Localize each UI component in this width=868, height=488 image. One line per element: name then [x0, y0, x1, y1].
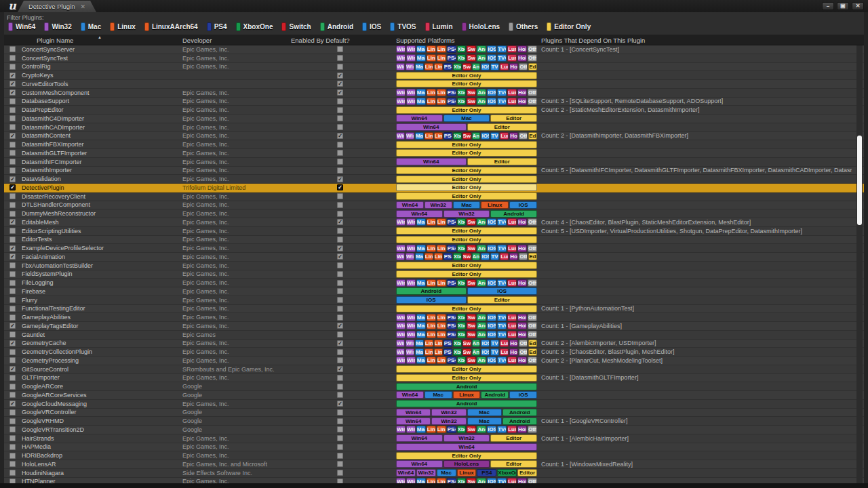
table-row[interactable]: DisasterRecoveryClient Epic Games, Inc. …	[4, 192, 864, 201]
plugin-checkbox[interactable]	[9, 167, 16, 174]
plugin-checkbox[interactable]	[9, 193, 16, 199]
plugin-checkbox[interactable]: ✓	[9, 366, 16, 372]
table-row[interactable]: DatasmithGLTFImporter Epic Games, Inc. E…	[4, 149, 864, 158]
table-row[interactable]: ✓ CurveEditorTools ✓ Editor Only	[4, 80, 864, 89]
enabled-by-default-checkbox[interactable]	[337, 193, 343, 199]
enabled-by-default-checkbox[interactable]: ✓	[337, 89, 343, 96]
platform-filter-chip-ios[interactable]: IOS	[362, 22, 381, 31]
enabled-by-default-checkbox[interactable]	[337, 314, 343, 321]
table-row[interactable]: HDRIBackdrop Epic Games, Inc. Editor Onl…	[4, 451, 864, 460]
plugin-checkbox[interactable]	[9, 461, 16, 467]
column-header-developer[interactable]: Developer	[182, 37, 291, 44]
plugin-checkbox[interactable]: ✓	[9, 219, 16, 225]
plugin-checkbox[interactable]	[9, 444, 16, 450]
plugin-checkbox[interactable]: ✓	[9, 89, 16, 96]
enabled-by-default-checkbox[interactable]	[337, 159, 343, 165]
enabled-by-default-checkbox[interactable]	[337, 228, 343, 234]
table-row[interactable]: EditorScriptingUtilities Epic Games, Inc…	[4, 227, 864, 236]
table-row[interactable]: GoogleVRHMD Google Win64Win32MacAndroid …	[4, 417, 864, 426]
table-row[interactable]: HairStrands Epic Games, Inc. Win64Win32E…	[4, 434, 864, 443]
enabled-by-default-checkbox[interactable]	[337, 237, 343, 243]
table-row[interactable]: Gauntlet Epic Games Win64Win32MacLinuxLi…	[4, 331, 864, 340]
table-row[interactable]: GoogleVRController Google Win64Win32MacA…	[4, 409, 864, 418]
enabled-by-default-checkbox[interactable]	[337, 271, 343, 277]
enabled-by-default-checkbox[interactable]: ✓	[337, 401, 343, 407]
platform-filter-chip-linuxaarch64[interactable]: LinuxAArch64	[144, 22, 198, 31]
plugin-checkbox[interactable]	[9, 228, 16, 234]
enabled-by-default-checkbox[interactable]	[337, 297, 343, 303]
table-row-selected[interactable]: ✓ DetectivePlugin Trifolium Digital Limi…	[4, 184, 864, 192]
platform-filter-chip-editor-only[interactable]: Editor Only	[547, 22, 591, 31]
plugin-checkbox[interactable]	[9, 159, 16, 165]
table-row[interactable]: DTLSHandlerComponent Epic Games, Inc. Wi…	[4, 201, 864, 210]
enabled-by-default-checkbox[interactable]	[337, 262, 343, 268]
enabled-by-default-checkbox[interactable]	[337, 426, 343, 432]
column-header-enabled[interactable]: Enabled By Default?	[291, 37, 396, 44]
enabled-by-default-checkbox[interactable]	[337, 349, 343, 355]
enabled-by-default-checkbox[interactable]	[337, 98, 343, 104]
platform-filter-chip-others[interactable]: Others	[509, 22, 538, 31]
plugin-checkbox[interactable]	[9, 64, 16, 70]
plugin-checkbox[interactable]	[9, 357, 16, 363]
table-row[interactable]: ✓ CryptoKeys ✓ Editor Only	[4, 71, 864, 80]
plugin-checkbox[interactable]	[9, 384, 16, 390]
table-row[interactable]: GoogleARCore Google Android	[4, 382, 864, 391]
plugin-checkbox[interactable]: ✓	[9, 184, 16, 190]
plugin-checkbox[interactable]	[9, 142, 16, 148]
table-row[interactable]: ✓ EditableMesh Epic Games, Inc. ✓ Win64W…	[4, 218, 864, 227]
table-row[interactable]: GLTFImporter Epic Games, Inc. Editor Onl…	[4, 374, 864, 383]
platform-filter-chip-hololens[interactable]: HoloLens	[462, 22, 500, 31]
enabled-by-default-checkbox[interactable]	[337, 384, 343, 390]
enabled-by-default-checkbox[interactable]	[337, 46, 343, 52]
plugin-checkbox[interactable]	[9, 211, 16, 217]
table-row[interactable]: DatasmithCADImporter Epic Games, Inc. Wi…	[4, 123, 864, 132]
table-row[interactable]: ✓ DataValidation Epic Games, Inc. ✓ Edit…	[4, 175, 864, 184]
table-row[interactable]: FunctionalTestingEditor Epic Games, Inc.…	[4, 305, 864, 314]
table-row[interactable]: HoudiniNiagara Side Effects Software Inc…	[4, 469, 864, 478]
platform-filter-chip-xboxone[interactable]: XboxOne	[236, 22, 273, 31]
plugin-checkbox[interactable]	[9, 107, 16, 113]
column-header-platforms[interactable]: Supported Platforms	[396, 37, 537, 44]
table-row[interactable]: GeometryProcessing Epic Games, Inc. Win6…	[4, 357, 864, 365]
table-row[interactable]: GeometryCollectionPlugin Epic Games, Inc…	[4, 348, 864, 357]
enabled-by-default-checkbox[interactable]	[337, 150, 343, 156]
maximize-button[interactable]: ▣	[837, 2, 849, 10]
platform-filter-chip-ps4[interactable]: PS4	[207, 22, 227, 31]
platform-filter-chip-tvos[interactable]: TVOS	[390, 22, 416, 31]
enabled-by-default-checkbox[interactable]	[337, 202, 343, 208]
plugin-checkbox[interactable]	[9, 124, 16, 130]
enabled-by-default-checkbox[interactable]	[337, 167, 343, 174]
table-row[interactable]: FieldSystemPlugin Epic Games, Inc. Edito…	[4, 270, 864, 279]
table-row[interactable]: ConcertSyncServer Epic Games, Inc. Win64…	[4, 45, 864, 54]
table-row[interactable]: ✓ GoogleCloudMessaging Epic Games, Inc. …	[4, 400, 864, 409]
plugin-checkbox[interactable]: ✓	[9, 340, 16, 346]
plugin-checkbox[interactable]: ✓	[9, 401, 16, 407]
plugin-checkbox[interactable]: ✓	[9, 323, 16, 329]
platform-filter-chip-win32[interactable]: Win32	[44, 22, 71, 31]
table-row[interactable]: ✓ GitSourceControl SRombauts and Epic Ga…	[4, 365, 864, 374]
close-button[interactable]: ✕	[852, 2, 864, 10]
enabled-by-default-checkbox[interactable]	[337, 306, 343, 312]
enabled-by-default-checkbox[interactable]	[337, 331, 343, 338]
table-row[interactable]: Firebase Epic Games, Inc. AndroidIOS	[4, 287, 864, 296]
plugin-checkbox[interactable]: ✓	[9, 73, 16, 79]
enabled-by-default-checkbox[interactable]: ✓	[337, 323, 343, 329]
plugin-checkbox[interactable]	[9, 418, 16, 424]
plugin-checkbox[interactable]	[9, 237, 16, 243]
plugin-checkbox[interactable]	[9, 349, 16, 355]
table-row[interactable]: GoogleARCoreServices Google Win64MacLinu…	[4, 391, 864, 400]
table-row[interactable]: FbxAutomationTestBuilder Epic Games, Inc…	[4, 262, 864, 270]
plugin-checkbox[interactable]	[9, 55, 16, 61]
enabled-by-default-checkbox[interactable]	[337, 435, 343, 441]
enabled-by-default-checkbox[interactable]: ✓	[337, 133, 343, 139]
table-row[interactable]: ✓ GeometryCache Epic Games, Inc. ✓ Win64…	[4, 340, 864, 348]
scrollbar-thumb[interactable]	[857, 136, 862, 225]
plugin-checkbox[interactable]	[9, 288, 16, 294]
enabled-by-default-checkbox[interactable]	[337, 357, 343, 363]
table-row[interactable]: DatasmithImporter Epic Games, Inc. Edito…	[4, 167, 864, 176]
table-row[interactable]: EditorTests Epic Games, Inc. Editor Only	[4, 236, 864, 245]
plugin-checkbox[interactable]: ✓	[9, 253, 16, 260]
plugin-checkbox[interactable]: ✓	[9, 133, 16, 139]
enabled-by-default-checkbox[interactable]: ✓	[337, 253, 343, 260]
plugin-checkbox[interactable]	[9, 470, 16, 476]
